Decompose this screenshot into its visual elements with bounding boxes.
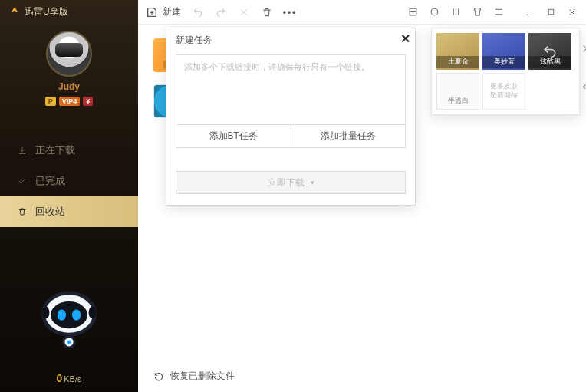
sidebar-item-label: 已完成 <box>35 174 65 188</box>
profile: Judy P VIP4 ¥ <box>0 23 138 115</box>
dialog-title-bar: 新建任务 ✕ <box>166 28 415 51</box>
username[interactable]: Judy <box>58 81 80 92</box>
add-batch-button[interactable]: 添加批量任务 <box>291 125 407 148</box>
svg-point-2 <box>51 301 87 328</box>
app-logo-icon <box>9 6 20 17</box>
window-controls <box>523 6 578 18</box>
layout1-icon[interactable] <box>407 6 419 18</box>
svg-rect-10 <box>548 9 553 14</box>
dialog-close-icon[interactable]: ✕ <box>400 31 410 46</box>
theme-swatch-white[interactable]: 半透白 <box>436 73 479 110</box>
new-task-dialog: 新建任务 ✕ 添加多个下载链接时，请确保每行只有一个链接。 添加BT任务 添加批… <box>166 28 416 206</box>
add-bt-button[interactable]: 添加BT任务 <box>176 125 291 148</box>
svg-point-9 <box>431 8 438 15</box>
sidebar-item-downloading[interactable]: 正在下载 <box>0 135 138 166</box>
restore-icon <box>153 371 164 382</box>
cancel-icon <box>238 6 250 18</box>
theme-swatch-gold[interactable]: 土豪金 <box>436 33 479 70</box>
new-task-icon <box>146 6 158 18</box>
download-icon <box>17 145 28 156</box>
download-now-button[interactable]: 立即下载 ▾ <box>176 171 406 194</box>
redo-icon <box>215 6 227 18</box>
sidebar-item-recycle[interactable]: 回收站 <box>0 196 138 227</box>
links-placeholder: 添加多个下载链接时，请确保每行只有一个链接。 <box>184 62 370 71</box>
more-icon[interactable]: ••• <box>284 6 296 18</box>
theme-swatch-more: 更多皮肤 敬请期待 <box>482 73 525 110</box>
speed-indicator: 0KB/s <box>0 372 138 384</box>
menu-icon[interactable] <box>492 6 505 18</box>
trash-icon <box>17 206 28 217</box>
theme-swatch-dark[interactable]: 炫酷黑 <box>528 33 571 70</box>
topbar: 新建 ••• <box>138 0 586 25</box>
trash-icon[interactable] <box>261 6 273 18</box>
chevron-down-icon: ▾ <box>311 179 314 186</box>
links-textarea[interactable]: 添加多个下载链接时，请确保每行只有一个链接。 <box>176 54 406 125</box>
assistant-robot-icon[interactable] <box>0 283 138 357</box>
new-task-button[interactable]: 新建 <box>146 5 181 18</box>
sidebar-item-label: 回收站 <box>35 205 65 219</box>
dialog-title: 新建任务 <box>176 34 212 47</box>
badges: P VIP4 ¥ <box>45 97 94 106</box>
speed-value: 0 <box>56 372 62 384</box>
restore-deleted-button[interactable]: 恢复已删除文件 <box>153 370 235 383</box>
app-title: 迅雷U享版 <box>25 5 68 18</box>
undo-icon <box>192 6 204 18</box>
layout3-icon[interactable] <box>449 6 462 18</box>
svg-point-4 <box>72 309 81 320</box>
check-icon <box>17 176 28 186</box>
restore-label: 恢复已删除文件 <box>170 370 235 383</box>
svg-point-3 <box>58 309 66 320</box>
layout2-icon[interactable] <box>428 6 440 18</box>
sidebar: 迅雷U享版 Judy P VIP4 ¥ 正在下载 已完成 回收站 <box>0 0 138 392</box>
svg-point-8 <box>67 340 71 344</box>
sidebar-item-completed[interactable]: 已完成 <box>0 166 138 196</box>
new-task-label: 新建 <box>163 5 181 18</box>
sidebar-nav: 正在下载 已完成 回收站 <box>0 135 138 227</box>
skin-icon[interactable] <box>471 6 483 18</box>
badge-vip: VIP4 <box>59 97 81 106</box>
theme-undo-icon[interactable] <box>581 83 586 94</box>
close-icon[interactable] <box>566 6 578 18</box>
svg-point-5 <box>42 306 50 318</box>
badge-p: P <box>45 97 56 106</box>
svg-point-6 <box>89 306 97 318</box>
sidebar-item-label: 正在下载 <box>35 143 75 157</box>
theme-swatch-blue[interactable]: 奥妙蓝 <box>482 33 525 70</box>
theme-close-icon[interactable] <box>581 44 586 54</box>
undo-icon <box>528 33 571 70</box>
minimize-icon[interactable] <box>523 6 535 18</box>
topbar-right-icons <box>407 6 505 18</box>
avatar[interactable] <box>46 31 92 77</box>
maximize-icon[interactable] <box>545 6 557 18</box>
app-title-bar: 迅雷U享版 <box>0 0 138 23</box>
badge-year: ¥ <box>83 97 93 106</box>
speed-unit: KB/s <box>64 374 81 384</box>
theme-panel: 土豪金 奥妙蓝 炫酷黑 半透白 更多皮肤 敬请期待 <box>431 28 580 115</box>
